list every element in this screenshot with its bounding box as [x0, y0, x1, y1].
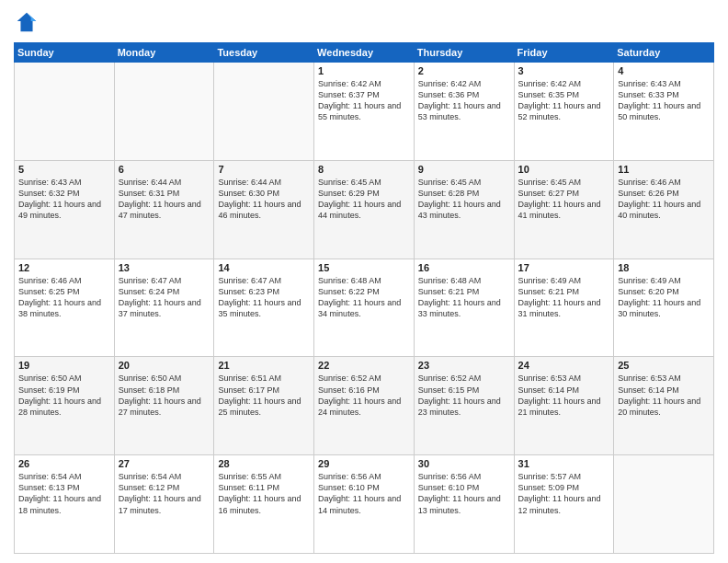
daylight-text: Daylight: 11 hours and 12 minutes.	[518, 494, 601, 514]
sunrise-text: Sunrise: 6:49 AM	[518, 276, 582, 285]
sunrise-text: Sunrise: 5:57 AM	[518, 472, 582, 481]
day-number: 14	[218, 262, 310, 273]
table-row: 18 Sunrise: 6:49 AM Sunset: 6:20 PM Dayl…	[614, 259, 714, 357]
sunset-text: Sunset: 6:23 PM	[218, 287, 279, 296]
day-number: 4	[618, 65, 710, 76]
table-row: 8 Sunrise: 6:45 AM Sunset: 6:29 PM Dayli…	[314, 160, 415, 259]
day-info: Sunrise: 6:42 AM Sunset: 6:36 PM Dayligh…	[418, 78, 510, 123]
table-row: 16 Sunrise: 6:48 AM Sunset: 6:21 PM Dayl…	[414, 259, 514, 357]
sunset-text: Sunset: 6:21 PM	[418, 287, 480, 296]
daylight-text: Daylight: 11 hours and 37 minutes.	[119, 298, 201, 318]
calendar-week-row: 26 Sunrise: 6:54 AM Sunset: 6:13 PM Dayl…	[15, 455, 714, 554]
day-info: Sunrise: 6:45 AM Sunset: 6:27 PM Dayligh…	[518, 177, 610, 222]
daylight-text: Daylight: 11 hours and 17 minutes.	[119, 494, 201, 514]
day-number: 18	[618, 262, 710, 273]
daylight-text: Daylight: 11 hours and 35 minutes.	[218, 298, 301, 318]
daylight-text: Daylight: 11 hours and 52 minutes.	[518, 101, 601, 121]
day-number: 30	[418, 458, 510, 469]
day-info: Sunrise: 6:56 AM Sunset: 6:10 PM Dayligh…	[418, 471, 510, 516]
col-friday: Friday	[514, 43, 614, 63]
table-row: 29 Sunrise: 6:56 AM Sunset: 6:10 PM Dayl…	[314, 455, 415, 554]
day-number: 27	[119, 458, 210, 469]
sunset-text: Sunset: 6:25 PM	[18, 287, 80, 296]
daylight-text: Daylight: 11 hours and 55 minutes.	[318, 101, 401, 121]
day-info: Sunrise: 6:42 AM Sunset: 6:35 PM Dayligh…	[518, 78, 610, 123]
sunrise-text: Sunrise: 6:56 AM	[318, 472, 381, 481]
daylight-text: Daylight: 11 hours and 24 minutes.	[318, 396, 401, 417]
sunrise-text: Sunrise: 6:45 AM	[418, 178, 482, 187]
sunset-text: Sunset: 6:20 PM	[618, 287, 679, 296]
sunset-text: Sunset: 6:32 PM	[18, 189, 80, 198]
table-row: 19 Sunrise: 6:50 AM Sunset: 6:19 PM Dayl…	[15, 357, 115, 455]
daylight-text: Daylight: 11 hours and 30 minutes.	[618, 298, 700, 318]
sunrise-text: Sunrise: 6:52 AM	[418, 373, 482, 383]
daylight-text: Daylight: 11 hours and 43 minutes.	[418, 200, 501, 220]
table-row: 31 Sunrise: 5:57 AM Sunset: 5:09 PM Dayl…	[514, 455, 614, 554]
sunset-text: Sunset: 6:28 PM	[418, 189, 480, 198]
col-saturday: Saturday	[614, 43, 714, 63]
sunset-text: Sunset: 6:10 PM	[318, 483, 380, 492]
day-info: Sunrise: 6:47 AM Sunset: 6:23 PM Dayligh…	[218, 275, 310, 320]
sunset-text: Sunset: 6:26 PM	[618, 189, 679, 198]
daylight-text: Daylight: 11 hours and 13 minutes.	[418, 494, 501, 514]
day-number: 29	[318, 458, 410, 469]
sunset-text: Sunset: 6:21 PM	[518, 287, 580, 296]
day-info: Sunrise: 6:44 AM Sunset: 6:31 PM Dayligh…	[119, 177, 210, 222]
sunrise-text: Sunrise: 6:46 AM	[18, 276, 82, 285]
sunrise-text: Sunrise: 6:49 AM	[618, 276, 681, 285]
daylight-text: Daylight: 11 hours and 18 minutes.	[18, 494, 101, 514]
table-row: 17 Sunrise: 6:49 AM Sunset: 6:21 PM Dayl…	[514, 259, 614, 357]
table-row: 28 Sunrise: 6:55 AM Sunset: 6:11 PM Dayl…	[214, 455, 314, 554]
sunrise-text: Sunrise: 6:45 AM	[518, 178, 582, 187]
table-row: 21 Sunrise: 6:51 AM Sunset: 6:17 PM Dayl…	[214, 357, 314, 455]
col-tuesday: Tuesday	[214, 43, 314, 63]
day-info: Sunrise: 6:46 AM Sunset: 6:25 PM Dayligh…	[18, 275, 110, 320]
page: Sunday Monday Tuesday Wednesday Thursday…	[0, 0, 728, 563]
table-row: 4 Sunrise: 6:43 AM Sunset: 6:33 PM Dayli…	[614, 63, 714, 161]
svg-marker-0	[17, 13, 37, 32]
day-number: 26	[18, 458, 110, 469]
sunrise-text: Sunrise: 6:42 AM	[418, 79, 482, 88]
day-info: Sunrise: 6:43 AM Sunset: 6:32 PM Dayligh…	[18, 177, 110, 222]
sunset-text: Sunset: 6:17 PM	[218, 385, 279, 395]
daylight-text: Daylight: 11 hours and 49 minutes.	[18, 200, 101, 220]
table-row: 24 Sunrise: 6:53 AM Sunset: 6:14 PM Dayl…	[514, 357, 614, 455]
logo-icon	[14, 9, 40, 35]
sunrise-text: Sunrise: 6:43 AM	[618, 79, 681, 88]
day-info: Sunrise: 6:52 AM Sunset: 6:16 PM Dayligh…	[318, 373, 410, 418]
day-number: 9	[418, 164, 510, 175]
day-info: Sunrise: 6:46 AM Sunset: 6:26 PM Dayligh…	[618, 177, 710, 222]
sunrise-text: Sunrise: 6:53 AM	[518, 373, 582, 383]
table-row: 22 Sunrise: 6:52 AM Sunset: 6:16 PM Dayl…	[314, 357, 415, 455]
logo	[14, 9, 43, 35]
day-info: Sunrise: 6:50 AM Sunset: 6:18 PM Dayligh…	[119, 373, 210, 418]
sunrise-text: Sunrise: 6:51 AM	[218, 373, 281, 383]
sunset-text: Sunset: 6:14 PM	[618, 385, 679, 395]
sunrise-text: Sunrise: 6:47 AM	[119, 276, 182, 285]
table-row: 14 Sunrise: 6:47 AM Sunset: 6:23 PM Dayl…	[214, 259, 314, 357]
sunrise-text: Sunrise: 6:55 AM	[218, 472, 281, 481]
day-number: 6	[119, 164, 210, 175]
sunrise-text: Sunrise: 6:47 AM	[218, 276, 281, 285]
daylight-text: Daylight: 11 hours and 20 minutes.	[618, 396, 700, 417]
calendar-week-row: 12 Sunrise: 6:46 AM Sunset: 6:25 PM Dayl…	[15, 259, 714, 357]
sunset-text: Sunset: 6:37 PM	[318, 90, 380, 99]
table-row: 15 Sunrise: 6:48 AM Sunset: 6:22 PM Dayl…	[314, 259, 415, 357]
sunrise-text: Sunrise: 6:48 AM	[318, 276, 381, 285]
daylight-text: Daylight: 11 hours and 38 minutes.	[18, 298, 101, 318]
day-info: Sunrise: 6:54 AM Sunset: 6:12 PM Dayligh…	[119, 471, 210, 516]
sunrise-text: Sunrise: 6:50 AM	[119, 373, 182, 383]
table-row: 5 Sunrise: 6:43 AM Sunset: 6:32 PM Dayli…	[15, 160, 115, 259]
sunset-text: Sunset: 6:14 PM	[518, 385, 580, 395]
header	[14, 9, 714, 35]
day-number: 19	[18, 360, 110, 371]
daylight-text: Daylight: 11 hours and 16 minutes.	[218, 494, 301, 514]
table-row	[214, 63, 314, 161]
sunrise-text: Sunrise: 6:53 AM	[618, 373, 681, 383]
day-info: Sunrise: 6:50 AM Sunset: 6:19 PM Dayligh…	[18, 373, 110, 418]
day-info: Sunrise: 6:43 AM Sunset: 6:33 PM Dayligh…	[618, 78, 710, 123]
table-row: 11 Sunrise: 6:46 AM Sunset: 6:26 PM Dayl…	[614, 160, 714, 259]
daylight-text: Daylight: 11 hours and 23 minutes.	[418, 396, 501, 417]
table-row: 27 Sunrise: 6:54 AM Sunset: 6:12 PM Dayl…	[114, 455, 214, 554]
col-sunday: Sunday	[15, 43, 115, 63]
